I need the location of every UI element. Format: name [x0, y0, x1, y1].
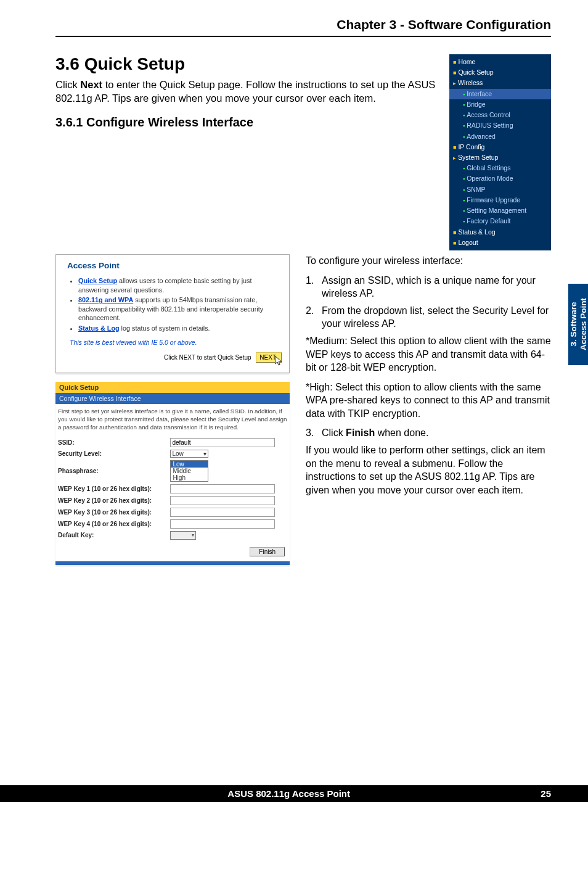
ap-link-quick-setup[interactable]: Quick Setup	[78, 277, 117, 284]
nav-snmp[interactable]: ▪SNMP	[449, 184, 551, 195]
security-level-select[interactable]: Low▾	[170, 450, 208, 458]
ssid-label: SSID:	[55, 437, 168, 448]
side-tab: 3. Software Access Point	[568, 284, 588, 365]
nav-radius[interactable]: ▪RADIUS Setting	[449, 120, 551, 131]
text-1: Assign an SSID, which is a unique name f…	[322, 274, 551, 300]
nav-advanced[interactable]: ▪Advanced	[449, 131, 551, 142]
wep3-label: WEP Key 3 (10 or 26 hex digits):	[55, 506, 168, 518]
finish-button[interactable]: Finish	[250, 547, 285, 556]
intro-pre: Click	[55, 79, 80, 90]
ap-link-80211g[interactable]: 802.11g and WPA	[78, 296, 133, 303]
ap-title: Access Point	[67, 261, 282, 270]
ap-ie-note: This site is best viewed with IE 5.0 or …	[70, 339, 282, 346]
ap-b3-rest: log status of system in details.	[120, 324, 210, 332]
nav-setting-management-label: Setting Management	[467, 207, 526, 214]
nav-advanced-label: Advanced	[467, 133, 496, 140]
opt-middle[interactable]: Middle	[171, 468, 208, 474]
security-level-dropdown-open[interactable]: Low Middle High	[170, 460, 208, 482]
instr-medium: *Medium: Select this option to allow cli…	[306, 334, 551, 374]
wep4-label: WEP Key 4 (10 or 26 hex digits):	[55, 518, 168, 530]
wep1-input[interactable]	[170, 484, 275, 493]
wep4-input[interactable]	[170, 519, 275, 529]
nav-operation-mode[interactable]: ▪Operation Mode	[449, 173, 551, 184]
nav-bridge[interactable]: ▪Bridge	[449, 99, 551, 110]
intro-post: to enter the Quick Setup page. Follow th…	[55, 79, 435, 104]
opt-low[interactable]: Low	[171, 461, 208, 468]
side-tab-l1: 3. Software	[568, 302, 578, 347]
ssid-input[interactable]	[170, 438, 275, 447]
nav-factory-default-label: Factory Default	[467, 217, 510, 225]
cursor-icon	[274, 355, 283, 366]
nav-interface[interactable]: ▪Interface	[449, 89, 551, 99]
nav-factory-default[interactable]: ▪Factory Default	[449, 216, 551, 226]
instr-last: If you would like to perform other setti…	[306, 444, 551, 497]
t3-pre: Click	[322, 427, 346, 438]
security-level-value: Low	[172, 450, 183, 457]
qs-bottom-bar	[55, 561, 290, 565]
instr-step-3: 3. Click Finish when done.	[306, 426, 551, 440]
nav-interface-label: Interface	[467, 90, 492, 97]
instr-step-2: 2. From the dropdown list, select the Se…	[306, 304, 551, 331]
qs-form-table: SSID: Security Level: Low▾ Phassphrase:	[55, 437, 290, 541]
chevron-down-icon: ▾	[203, 450, 206, 457]
instr-high: *High: Select this option to allow clien…	[306, 381, 551, 421]
table-row: Phassphrase: Low Middle High	[55, 459, 290, 483]
text-2: From the dropdown list, select the Secur…	[322, 304, 551, 331]
chevron-down-icon: ▾	[192, 532, 194, 538]
next-button-label: NEXT	[259, 354, 276, 361]
instr-step-1: 1. Assign an SSID, which is a unique nam…	[306, 274, 551, 300]
nav-quick-setup-label: Quick Setup	[458, 68, 493, 76]
next-button[interactable]: NEXT	[256, 352, 282, 363]
nav-status-log-label: Status & Log	[458, 228, 495, 236]
nav-firmware-upgrade-label: Firmware Upgrade	[467, 196, 520, 204]
footer-title: ASUS 802.11g Access Point	[37, 788, 541, 799]
nav-status-log[interactable]: ■Status & Log	[449, 227, 551, 237]
nav-wireless[interactable]: ▸Wireless	[449, 78, 551, 88]
passphrase-label: Phassphrase:	[55, 459, 168, 483]
nav-snmp-label: SNMP	[467, 186, 485, 193]
nav-menu: ■Home ■Quick Setup ▸Wireless ▪Interface …	[449, 54, 551, 250]
nav-system-setup[interactable]: ▸System Setup	[449, 152, 551, 163]
nav-home[interactable]: ■Home	[449, 57, 551, 67]
instr-lead: To configure your wireless interface:	[306, 254, 551, 268]
nav-ip-config[interactable]: ■IP Config	[449, 142, 551, 152]
nav-logout[interactable]: ■Logout	[449, 237, 551, 248]
ap-bullet-2: 802.11g and WPA supports up to 54Mbps tr…	[78, 295, 282, 323]
nav-quick-setup[interactable]: ■Quick Setup	[449, 67, 551, 78]
default-key-select[interactable]: ▾	[170, 531, 196, 540]
t3-bold: Finish	[346, 427, 375, 438]
footer: ASUS 802.11g Access Point 25	[0, 785, 588, 802]
section-intro: Click Next to enter the Quick Setup page…	[55, 78, 439, 105]
qs-bar-subtitle: Configure Wireless Interface	[55, 393, 290, 404]
num-1: 1.	[306, 274, 322, 300]
table-row: SSID:	[55, 437, 290, 448]
footer-page: 25	[541, 788, 551, 799]
ap-bullet-1: Quick Setup allows users to complete bas…	[78, 276, 282, 294]
wep2-input[interactable]	[170, 496, 275, 505]
qs-description: First step to set yor wireless interface…	[55, 404, 290, 436]
nav-global-settings-label: Global Settings	[467, 164, 510, 171]
side-tab-l2: Access Point	[578, 299, 587, 351]
ap-bullet-3: Status & Log log status of system in det…	[78, 324, 282, 333]
qs-bar-title: Quick Setup	[55, 382, 290, 393]
nav-firmware-upgrade[interactable]: ▪Firmware Upgrade	[449, 195, 551, 205]
nav-global-settings[interactable]: ▪Global Settings	[449, 163, 551, 173]
quick-setup-panel: Quick Setup Configure Wireless Interface…	[55, 382, 290, 564]
num-2: 2.	[306, 304, 322, 331]
nav-access-control[interactable]: ▪Access Control	[449, 110, 551, 120]
table-row: Default Key: ▾	[55, 530, 290, 541]
num-3: 3.	[306, 426, 322, 440]
section-title: 3.6 Quick Setup	[55, 54, 439, 74]
nav-bridge-label: Bridge	[467, 101, 485, 108]
wep3-input[interactable]	[170, 508, 275, 517]
nav-wireless-label: Wireless	[458, 79, 483, 86]
default-key-label: Default Key:	[55, 530, 168, 541]
table-row: Security Level: Low▾	[55, 448, 290, 459]
table-row: WEP Key 3 (10 or 26 hex digits):	[55, 506, 290, 518]
nav-system-setup-label: System Setup	[458, 154, 498, 161]
instructions: To configure your wireless interface: 1.…	[306, 254, 551, 565]
nav-setting-management[interactable]: ▪Setting Management	[449, 205, 551, 216]
ap-link-status-log[interactable]: Status & Log	[78, 324, 120, 332]
opt-high[interactable]: High	[171, 474, 208, 481]
table-row: WEP Key 2 (10 or 26 hex digits):	[55, 495, 290, 506]
